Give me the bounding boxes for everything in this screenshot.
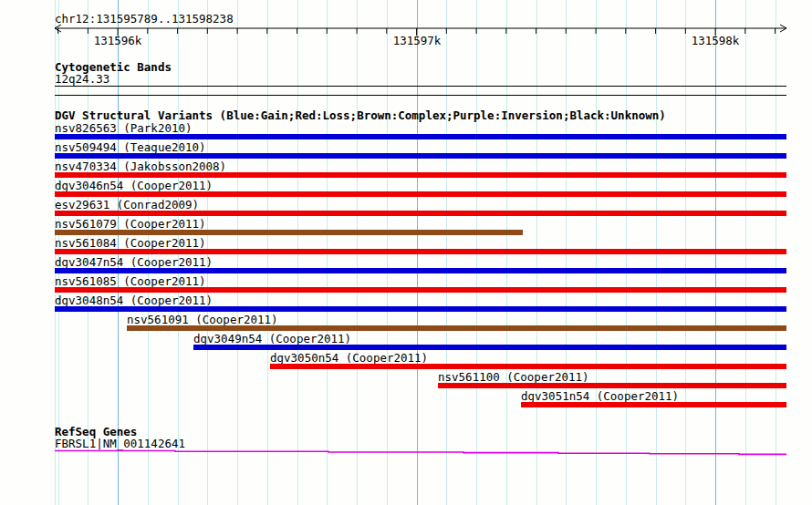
variant-bar[interactable]: [438, 383, 786, 388]
variant-bar[interactable]: [55, 306, 786, 312]
variant-label[interactable]: nsv561085 (Cooper2011): [55, 275, 206, 287]
variant-label[interactable]: nsv561079 (Cooper2011): [55, 218, 206, 230]
ruler-tick-label: 131597k: [393, 35, 442, 46]
variant-label[interactable]: dgv3051n54 (Cooper2011): [521, 390, 679, 402]
variant-label[interactable]: nsv509494 (Teague2010): [55, 141, 206, 153]
variant-label[interactable]: nsv561091 (Cooper2011): [127, 314, 278, 325]
genome-browser-panel: chr12:131595789..131598238 131596k131597…: [0, 0, 812, 505]
refseq-gene-label[interactable]: FBRSL1|NM_001142641: [55, 438, 185, 449]
variant-label[interactable]: dgv3047n54 (Cooper2011): [55, 256, 213, 268]
variant-bar[interactable]: [521, 402, 786, 407]
variant-bar[interactable]: [55, 230, 523, 235]
variant-label[interactable]: dgv3048n54 (Cooper2011): [55, 294, 213, 306]
ruler-tick-label: 131598k: [692, 35, 740, 46]
variant-label[interactable]: nsv561084 (Cooper2011): [55, 237, 206, 249]
ruler-tick-label: 131596k: [94, 35, 142, 46]
cytoband-bar[interactable]: [55, 86, 786, 96]
variant-bar[interactable]: [127, 325, 786, 331]
variant-bar[interactable]: [270, 364, 786, 369]
variant-bar[interactable]: [55, 134, 786, 139]
dgv-heading: DGV Structural Variants (Blue:Gain;Red:L…: [55, 109, 666, 121]
variant-bar[interactable]: [55, 153, 786, 159]
variant-label[interactable]: dgv3046n54 (Cooper2011): [55, 180, 213, 191]
variant-label[interactable]: nsv826563 (Park2010): [55, 122, 193, 134]
variant-label[interactable]: esv29631 (Conrad2009): [55, 199, 199, 211]
variant-label[interactable]: dgv3050n54 (Cooper2011): [270, 352, 428, 364]
variant-bar[interactable]: [193, 345, 786, 350]
variant-bar[interactable]: [55, 287, 786, 293]
variant-bar[interactable]: [55, 268, 786, 273]
variant-bar[interactable]: [55, 249, 786, 254]
cytoband-label: 12q24.33: [55, 73, 109, 85]
variant-label[interactable]: dgv3049n54 (Cooper2011): [193, 333, 351, 345]
variant-label[interactable]: nsv561100 (Cooper2011): [438, 371, 589, 383]
variant-bar[interactable]: [55, 211, 786, 216]
variant-bar[interactable]: [55, 191, 786, 197]
variant-bar[interactable]: [55, 172, 786, 178]
variant-label[interactable]: nsv470334 (Jakobsson2008): [55, 160, 226, 172]
